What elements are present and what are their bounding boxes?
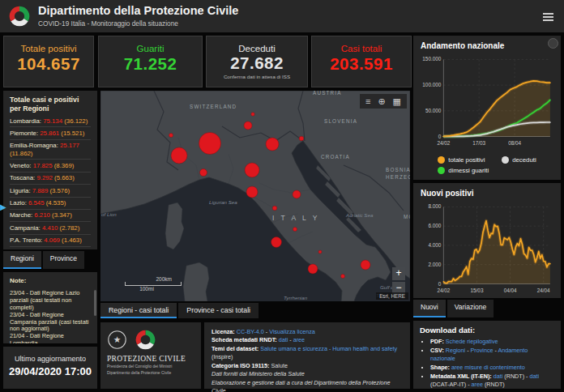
license-line: Temi del dataset: Salute umana e sicurez…	[212, 345, 403, 362]
map-label: I T A L Y	[272, 214, 319, 222]
stat-value: 203.591	[312, 54, 411, 74]
nuovi-positivi-panel: Nuovi positivi 8.0006.0004.0002.000024/0…	[413, 183, 561, 298]
case-bubble-lombardia[interactable]	[199, 133, 221, 155]
text: CSV:	[430, 347, 446, 354]
link[interactable]: aree	[293, 336, 305, 343]
region-row: Lombardia: 75.134 (36.122)	[10, 115, 91, 127]
sidebar-tabs: RegioniProvince	[3, 251, 109, 269]
map-label: CROATIA	[321, 154, 350, 160]
svg-text:50.000: 50.000	[425, 108, 442, 113]
org-line-2: Dipartimento della Protezione Civile	[107, 370, 194, 376]
zoom-in-button[interactable]: +	[392, 267, 405, 280]
case-bubble-molise[interactable]	[318, 250, 322, 254]
svg-text:150.000: 150.000	[422, 56, 441, 62]
tab-regioni-casi-totali[interactable]: Regioni - casi totali	[100, 303, 177, 318]
link[interactable]: CC-BY-4.0	[237, 328, 264, 335]
scrollbar[interactable]	[94, 290, 96, 316]
text: (RNDT)	[483, 381, 505, 388]
stat-label: Deceduti	[207, 44, 307, 53]
menu-icon[interactable]	[543, 11, 553, 23]
notes-panel[interactable]: Note: 23/04 - Dati Regione Lazio parzial…	[3, 272, 97, 343]
region-row: Piemonte: 25.861 (15.521)	[10, 127, 91, 139]
link[interactable]: dati	[494, 373, 503, 380]
org-name: PROTEZIONE CIVILE	[107, 355, 194, 363]
case-bubble-liguria[interactable]	[200, 169, 207, 177]
legend-icon[interactable]: ≡	[365, 96, 370, 107]
layers-icon[interactable]: ▦	[393, 96, 401, 107]
license-line: Licenza: CC-BY-4.0 - Visualizza licenza	[212, 328, 403, 336]
svg-text:100.000: 100.000	[422, 82, 441, 87]
link[interactable]: Schede riepilogative	[446, 338, 498, 345]
link[interactable]: dati	[529, 373, 539, 380]
svg-text:6.000: 6.000	[428, 223, 441, 228]
map-label: MON.	[404, 214, 410, 219]
text: Shape:	[430, 364, 451, 371]
case-bubble-piemonte[interactable]	[171, 147, 187, 164]
case-bubble-basilicata[interactable]	[341, 275, 345, 279]
link[interactable]: aree	[472, 381, 483, 388]
panel-expand-arrow-icon[interactable]: ▶	[0, 202, 6, 211]
basemap-icon[interactable]: ⊕	[378, 96, 385, 107]
info-icon[interactable]	[548, 38, 558, 49]
map-label: AUSTRIA	[313, 91, 342, 96]
case-bubble-emilia-romagna[interactable]	[245, 163, 259, 177]
text: Salute	[271, 362, 288, 369]
svg-text:4.000: 4.000	[428, 242, 441, 248]
note-item: 23/04 - Dati Regione Lazio parziali (cas…	[10, 290, 90, 312]
map-label: HERZEGOVINA	[386, 174, 410, 180]
tab-province[interactable]: Province	[43, 251, 84, 269]
stat-label: Guariti	[99, 44, 202, 53]
license-panel: Licenza: CC-BY-4.0 - Visualizza licenzaS…	[204, 322, 410, 389]
protezione-civile-logo-icon	[135, 329, 156, 351]
link[interactable]: Regioni	[446, 347, 465, 354]
case-bubble-abruzzo[interactable]	[293, 228, 297, 232]
covid-dashboard: Dipartimento della Protezione Civile COV…	[0, 0, 564, 392]
case-bubble-puglia[interactable]	[361, 260, 370, 270]
legend-item-totale-positivi: totale positivi	[438, 156, 489, 164]
tab-regioni[interactable]: Regioni	[3, 251, 41, 269]
link[interactable]: aree misure di contenimento	[451, 364, 525, 371]
case-bubble-friuli-venezia-giulia[interactable]	[299, 136, 304, 141]
note-item: 23/04 - Dati Regione Campania parziali (…	[10, 312, 90, 334]
tab-nuovi[interactable]: Nuovi	[413, 300, 446, 317]
svg-text:0: 0	[438, 281, 442, 287]
license-line: Categoria ISO 19115: Salute	[212, 362, 403, 370]
svg-text:2.000: 2.000	[428, 262, 441, 267]
download-list: PDF: Schede riepilogativeCSV: Regioni - …	[420, 338, 554, 389]
text: (DCAT-AP-IT) -	[430, 381, 472, 388]
legend-item-deceduti: deceduti	[502, 156, 536, 164]
link[interactable]: Salute umana e sicurezza - Human health …	[260, 345, 397, 352]
case-bubble-toscana[interactable]	[246, 186, 258, 198]
right-tabs: NuoviVariazione	[413, 300, 561, 317]
legend-dot	[438, 167, 445, 174]
link[interactable]: dati	[279, 336, 288, 343]
tab-province-casi-totali[interactable]: Province - casi totali	[178, 303, 258, 318]
svg-text:24/02: 24/02	[437, 288, 450, 293]
case-bubble-p-a-trento[interactable]	[244, 121, 252, 130]
italian-republic-emblem-icon: ★	[107, 330, 127, 350]
case-bubble-valle-d-aosta[interactable]	[169, 134, 173, 138]
regions-panel[interactable]: Totale casi e positivi per Regioni Lomba…	[3, 91, 97, 249]
svg-text:08/04: 08/04	[508, 140, 521, 146]
case-bubble-campania[interactable]	[308, 264, 318, 274]
link[interactable]: Province	[471, 347, 494, 354]
tab-variazione[interactable]: Variazione	[447, 300, 494, 317]
chart-legend: totale positividecedutidimessi guariti	[413, 156, 561, 174]
svg-text:★: ★	[113, 334, 122, 344]
last-update-panel: Ultimo aggiornamento 29/04/2020 17:00	[3, 347, 97, 389]
map-panel[interactable]: SWITZERLANDAUSTRIASLOVENIACROATIABOSNIA …	[100, 91, 410, 301]
case-bubble-marche[interactable]	[293, 190, 301, 198]
link[interactable]: Visualizza licenza	[269, 328, 315, 335]
stat-value: 27.682	[207, 53, 307, 73]
text: (RNDT) -	[502, 373, 529, 380]
download-item: PDF: Schede riepilogative	[430, 338, 554, 346]
map-label: Gulf of Lion	[100, 211, 117, 217]
case-bubble-p-a-bolzano[interactable]	[251, 113, 254, 116]
map-scalebar: 200km 100mi	[125, 276, 182, 292]
map-toolbar: ≡⊕▦	[360, 94, 407, 109]
italy-map[interactable]: SWITZERLANDAUSTRIASLOVENIACROATIABOSNIA …	[100, 91, 410, 301]
case-bubble-lazio[interactable]	[271, 237, 282, 248]
case-bubble-umbria[interactable]	[272, 206, 277, 211]
andamento-nazionale-panel: Andamento nazionale 150.000100.00050.000…	[413, 36, 561, 180]
case-bubble-veneto[interactable]	[266, 138, 279, 151]
